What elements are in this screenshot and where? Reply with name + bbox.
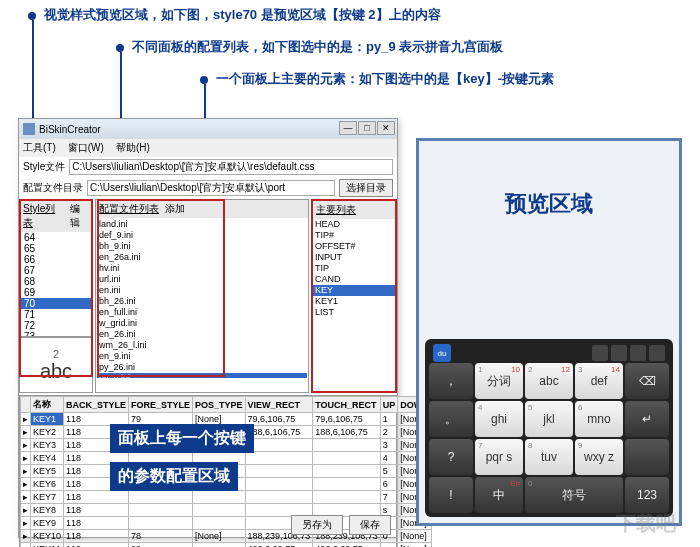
config-item[interactable]: w_grid.ini bbox=[97, 318, 307, 329]
edit-link[interactable]: 编辑 bbox=[70, 202, 89, 230]
table-header[interactable]: POS_TYPE bbox=[193, 397, 246, 413]
table-header[interactable]: 名称 bbox=[31, 397, 64, 413]
key-4[interactable]: 4ghi bbox=[475, 401, 523, 437]
table-cell[interactable]: 4 bbox=[380, 452, 398, 465]
table-cell[interactable] bbox=[193, 504, 246, 517]
style-item[interactable]: 64 bbox=[20, 232, 92, 243]
style-item[interactable]: 66 bbox=[20, 254, 92, 265]
key-2[interactable]: 212abc bbox=[525, 363, 573, 399]
table-cell[interactable]: 79,6,106,75 bbox=[245, 413, 313, 426]
config-item[interactable]: land.ini bbox=[97, 219, 307, 230]
table-cell[interactable]: 78 bbox=[129, 530, 193, 543]
key-6[interactable]: 6mno bbox=[575, 401, 623, 437]
config-dir-input[interactable] bbox=[87, 180, 335, 196]
save-as-button[interactable]: 另存为 bbox=[291, 515, 343, 535]
table-cell[interactable]: 188,6,106,75 bbox=[245, 426, 313, 439]
style-item[interactable]: 72 bbox=[20, 320, 92, 331]
key-list[interactable]: HEADTIP#OFFSET#INPUTTIPCANDKEYKEY1LIST bbox=[313, 219, 395, 377]
save-button[interactable]: 保存 bbox=[349, 515, 391, 535]
key-item[interactable]: HEAD bbox=[313, 219, 395, 230]
config-item[interactable]: def_9.ini bbox=[97, 230, 307, 241]
table-cell[interactable]: 188,6,106,75 bbox=[313, 426, 381, 439]
table-cell[interactable] bbox=[313, 439, 381, 452]
key-item[interactable]: TIP# bbox=[313, 230, 395, 241]
table-cell[interactable] bbox=[193, 491, 246, 504]
key-7[interactable]: 7pqr s bbox=[475, 439, 523, 475]
config-item[interactable]: en_26a.ini bbox=[97, 252, 307, 263]
table-cell[interactable]: 119 bbox=[64, 543, 129, 548]
table-cell[interactable] bbox=[245, 439, 313, 452]
table-cell[interactable]: KEY2 bbox=[31, 426, 64, 439]
key-5[interactable]: 5jkl bbox=[525, 401, 573, 437]
table-header[interactable]: BACK_STYLE bbox=[64, 397, 129, 413]
table-cell[interactable]: ▸ bbox=[21, 504, 31, 517]
table-row[interactable]: ▸KEY1111999406,6,69,75406,6,69,75[None] bbox=[21, 543, 432, 548]
table-cell[interactable] bbox=[245, 491, 313, 504]
table-cell[interactable]: ▸ bbox=[21, 517, 31, 530]
table-header[interactable]: UP bbox=[380, 397, 398, 413]
table-cell[interactable]: ▸ bbox=[21, 478, 31, 491]
kb-icon-2[interactable] bbox=[611, 345, 627, 361]
table-cell[interactable]: ▸ bbox=[21, 426, 31, 439]
table-cell[interactable]: ▸ bbox=[21, 465, 31, 478]
key-item[interactable]: LIST bbox=[313, 307, 395, 318]
table-cell[interactable]: [None] bbox=[193, 530, 246, 543]
key-123[interactable]: 123 bbox=[625, 477, 669, 513]
kb-icon-4[interactable] bbox=[649, 345, 665, 361]
config-item[interactable]: py_26.ini bbox=[97, 362, 307, 373]
menu-tools[interactable]: 工具(T) bbox=[23, 141, 56, 155]
config-item[interactable]: en_26.ini bbox=[97, 329, 307, 340]
key-comma[interactable]: ， bbox=[429, 363, 473, 399]
config-item[interactable]: bh_9.ini bbox=[97, 241, 307, 252]
table-cell[interactable]: 118 bbox=[64, 517, 129, 530]
config-item[interactable]: url.ini bbox=[97, 274, 307, 285]
style-item[interactable]: 65 bbox=[20, 243, 92, 254]
style-file-input[interactable] bbox=[69, 159, 393, 175]
minimize-button[interactable]: ― bbox=[339, 121, 357, 135]
table-cell[interactable] bbox=[245, 465, 313, 478]
table-cell[interactable]: 118 bbox=[64, 491, 129, 504]
menu-help[interactable]: 帮助(H) bbox=[116, 141, 150, 155]
baidu-icon[interactable]: du bbox=[433, 344, 451, 362]
table-cell[interactable] bbox=[193, 543, 246, 548]
table-header[interactable] bbox=[21, 397, 31, 413]
key-symbol[interactable]: 0符号 bbox=[525, 477, 623, 513]
config-item[interactable]: wm_26_l.ini bbox=[97, 340, 307, 351]
style-list-tab[interactable]: Style列表 bbox=[23, 202, 64, 230]
add-link[interactable]: 添加 bbox=[165, 202, 185, 216]
kb-icon-1[interactable] bbox=[592, 345, 608, 361]
key-period[interactable]: 。 bbox=[429, 401, 473, 437]
key-9[interactable]: 9wxy z bbox=[575, 439, 623, 475]
key-8[interactable]: 8tuv bbox=[525, 439, 573, 475]
key-item[interactable]: CAND bbox=[313, 274, 395, 285]
table-cell[interactable]: KEY3 bbox=[31, 439, 64, 452]
table-cell[interactable]: [None] bbox=[398, 543, 432, 548]
table-cell[interactable]: KEY8 bbox=[31, 504, 64, 517]
table-cell[interactable] bbox=[313, 478, 381, 491]
table-cell[interactable] bbox=[129, 491, 193, 504]
config-list-tab[interactable]: 配置文件列表 bbox=[99, 202, 159, 216]
key-item[interactable]: KEY bbox=[313, 285, 395, 296]
key-exclaim[interactable]: ! bbox=[429, 477, 473, 513]
table-cell[interactable]: KEY4 bbox=[31, 452, 64, 465]
table-cell[interactable]: ▸ bbox=[21, 543, 31, 548]
table-cell[interactable] bbox=[129, 504, 193, 517]
table-cell[interactable]: KEY5 bbox=[31, 465, 64, 478]
table-header[interactable]: TOUCH_RECT bbox=[313, 397, 381, 413]
table-cell[interactable]: KEY9 bbox=[31, 517, 64, 530]
table-cell[interactable]: 1 bbox=[380, 413, 398, 426]
table-header[interactable]: VIEW_RECT bbox=[245, 397, 313, 413]
table-cell[interactable]: 406,6,69,75 bbox=[313, 543, 381, 548]
config-item[interactable]: en_9.ini bbox=[97, 351, 307, 362]
key-item[interactable]: INPUT bbox=[313, 252, 395, 263]
table-cell[interactable]: 5 bbox=[380, 465, 398, 478]
table-cell[interactable]: KEY7 bbox=[31, 491, 64, 504]
config-item[interactable]: en_full.ini bbox=[97, 307, 307, 318]
config-item[interactable]: hv.ini bbox=[97, 263, 307, 274]
table-cell[interactable]: ▸ bbox=[21, 413, 31, 426]
key-smile[interactable] bbox=[625, 439, 669, 475]
table-cell[interactable]: 79,6,106,75 bbox=[313, 413, 381, 426]
table-cell[interactable] bbox=[313, 491, 381, 504]
table-cell[interactable]: KEY1 bbox=[31, 413, 64, 426]
table-cell[interactable]: 7 bbox=[380, 491, 398, 504]
